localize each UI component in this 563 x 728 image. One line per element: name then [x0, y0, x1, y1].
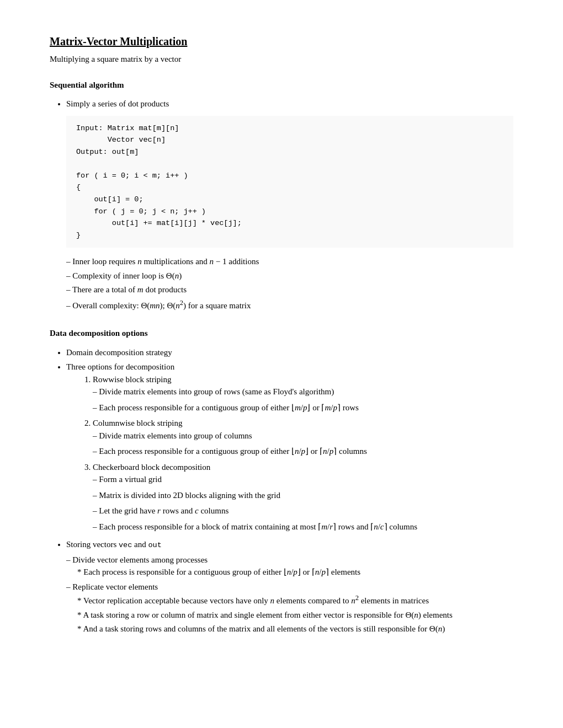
dash-item: Matrix is divided into 2D blocks alignin… — [93, 489, 513, 502]
page-title: Matrix-Vector Multiplication — [50, 33, 513, 50]
subdash-item: A task storing a row or column of matrix… — [77, 609, 513, 622]
bullet-item: Simply a series of dot products — [66, 98, 513, 110]
sequential-dashes: Inner loop requires n multiplications an… — [66, 255, 513, 312]
dash-item: Replicate vector elements Vector replica… — [66, 581, 513, 635]
subdash-item: And a task storing rows and columns of t… — [77, 623, 513, 635]
subdash-item: Each process is responsible for a contig… — [77, 566, 513, 579]
subdash-list: Vector replication acceptable because ve… — [77, 593, 513, 635]
numbered-item: Columnwise block striping Divide matrix … — [93, 417, 513, 458]
rowwise-dashes: Divide matrix elements into group of row… — [93, 386, 513, 414]
dash-item: Overall complexity: Θ(mn); Θ(n2) for a s… — [66, 298, 513, 312]
dash-item: There are a total of m dot products — [66, 283, 513, 296]
dash-item: Complexity of inner loop is Θ(n) — [66, 270, 513, 282]
bullet-item: Storing vectors vec and out Divide vecto… — [66, 538, 513, 635]
bullet-item: Three options for decomposition Rowwise … — [66, 361, 513, 533]
dash-item: Divide matrix elements into group of row… — [93, 386, 513, 398]
sequential-bullets: Simply a series of dot products — [66, 98, 513, 110]
subdash-item: Vector replication acceptable because ve… — [77, 593, 513, 607]
code-block: Input: Matrix mat[m][n] Vector vec[n] Ou… — [66, 116, 513, 248]
numbered-item: Checkerboard block decomposition Form a … — [93, 461, 513, 533]
dash-item: Let the grid have r rows and c columns — [93, 505, 513, 517]
dash-item: Each process responsible for a contiguou… — [93, 402, 513, 414]
sequential-section: Sequential algorithm Simply a series of … — [50, 79, 513, 312]
subdash-list: Each process is responsible for a contig… — [77, 566, 513, 579]
numbered-item: Rowwise block striping Divide matrix ele… — [93, 373, 513, 414]
dash-item: Inner loop requires n multiplications an… — [66, 255, 513, 268]
numbered-options: Rowwise block striping Divide matrix ele… — [93, 373, 513, 533]
decomposition-heading: Data decomposition options — [50, 327, 513, 340]
bullet-item: Domain decomposition strategy — [66, 346, 513, 359]
subtitle: Multiplying a square matrix by a vector — [50, 53, 513, 66]
dash-item: Divide vector elements among processes E… — [66, 554, 513, 579]
sequential-heading: Sequential algorithm — [50, 79, 513, 92]
checkerboard-dashes: Form a virtual grid Matrix is divided in… — [93, 473, 513, 533]
decomp-bullets: Domain decomposition strategy Three opti… — [66, 346, 513, 635]
storing-dashes: Divide vector elements among processes E… — [66, 554, 513, 635]
dash-item: Each process responsible for a block of … — [93, 521, 513, 533]
columnwise-dashes: Divide matrix elements into group of col… — [93, 430, 513, 458]
dash-item: Form a virtual grid — [93, 473, 513, 486]
dash-item: Divide matrix elements into group of col… — [93, 430, 513, 442]
dash-item: Each process responsible for a contiguou… — [93, 445, 513, 458]
decomposition-section: Data decomposition options Domain decomp… — [50, 327, 513, 635]
